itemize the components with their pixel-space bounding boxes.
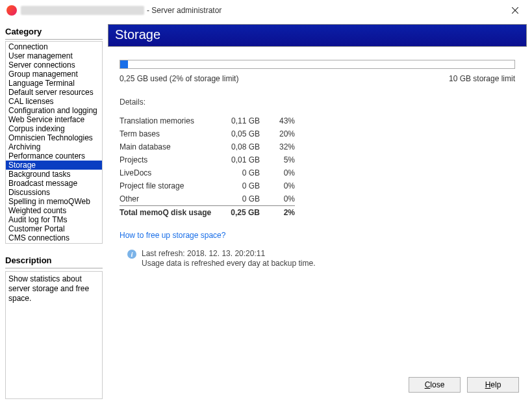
used-label: 0,25 GB used (2% of storage limit) (120, 74, 238, 83)
help-button[interactable]: Help (467, 377, 519, 393)
category-item-audit-log-for-tms[interactable]: Audit log for TMs (6, 215, 102, 224)
info-icon: i (127, 250, 136, 259)
titlebar: - Server administrator (0, 0, 532, 21)
description-heading: Description (5, 253, 103, 268)
table-row: Term bases0,05 GB20% (120, 127, 295, 140)
table-row: Projects0,01 GB5% (120, 153, 295, 166)
category-item-cms-connections[interactable]: CMS connections (6, 233, 102, 242)
app-icon (6, 5, 17, 16)
category-item-web-service-interface[interactable]: Web Service interface (6, 115, 102, 124)
details-table: Translation memories0,11 GB43%Term bases… (120, 114, 295, 219)
category-item-broadcast-message[interactable]: Broadcast message (6, 179, 102, 188)
category-list[interactable]: ConnectionUser managementServer connecti… (5, 41, 103, 244)
free-space-link[interactable]: How to free up storage space? (120, 231, 225, 240)
table-row: Translation memories0,11 GB43% (120, 114, 295, 127)
page-title: Storage (108, 24, 527, 47)
storage-progress (120, 60, 515, 69)
category-item-background-tasks[interactable]: Background tasks (6, 170, 102, 179)
table-row: Main database0,08 GB32% (120, 140, 295, 153)
window-title: - Server administrator (147, 6, 222, 15)
category-item-language-terminal[interactable]: Language Terminal (6, 79, 102, 88)
table-row: Project file storage0 GB0% (120, 179, 295, 192)
category-item-corpus-indexing[interactable]: Corpus indexing (6, 124, 102, 133)
category-item-discussions[interactable]: Discussions (6, 188, 102, 197)
last-refresh: Last refresh: 2018. 12. 13. 20:20:11 (142, 249, 315, 259)
close-button[interactable]: Close (409, 377, 461, 393)
category-item-user-management[interactable]: User management (6, 51, 102, 60)
category-item-omniscien-technologies[interactable]: Omniscien Technologies (6, 133, 102, 142)
category-item-spelling-in-memoqweb[interactable]: Spelling in memoQWeb (6, 197, 102, 206)
category-item-weighted-counts[interactable]: Weighted counts (6, 206, 102, 215)
server-address-redacted (21, 6, 144, 15)
category-item-configuration-and-logging[interactable]: Configuration and logging (6, 106, 102, 115)
category-item-storage[interactable]: Storage (6, 161, 102, 170)
info-text: Last refresh: 2018. 12. 13. 20:20:11 Usa… (142, 249, 315, 268)
close-icon (512, 7, 518, 14)
description-text: Show statistics about server storage and… (5, 271, 103, 399)
category-item-default-server-resources[interactable]: Default server resources (6, 88, 102, 97)
category-item-connection[interactable]: Connection (6, 42, 102, 51)
table-row: LiveDocs0 GB0% (120, 166, 295, 179)
window-close-button[interactable] (502, 3, 528, 18)
storage-progress-fill (120, 60, 128, 68)
category-item-performance-counters[interactable]: Performance counters (6, 151, 102, 161)
category-item-group-management[interactable]: Group management (6, 70, 102, 79)
category-item-archiving[interactable]: Archiving (6, 142, 102, 151)
category-heading: Category (5, 24, 103, 40)
category-item-cal-licenses[interactable]: CAL licenses (6, 97, 102, 106)
details-heading: Details: (120, 98, 515, 107)
category-item-server-connections[interactable]: Server connections (6, 60, 102, 70)
table-total-row: Total memoQ disk usage0,25 GB2% (120, 206, 295, 220)
refresh-note: Usage data is refreshed every day at bac… (142, 259, 315, 268)
limit-label: 10 GB storage limit (449, 74, 515, 83)
category-item-customer-portal[interactable]: Customer Portal (6, 224, 102, 233)
table-row: Other0 GB0% (120, 192, 295, 206)
